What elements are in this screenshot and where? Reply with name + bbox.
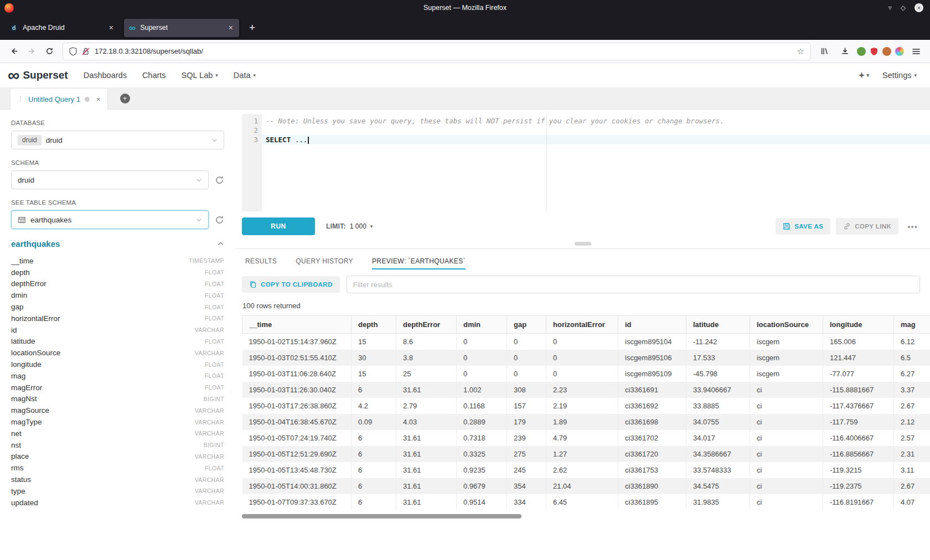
schema-column-row: gap FLOAT xyxy=(11,301,224,313)
nav-item-data[interactable]: Data▾ xyxy=(226,71,264,80)
extension-icon-pinwheel[interactable] xyxy=(895,47,904,56)
nav-item-sql-lab[interactable]: SQL Lab▾ xyxy=(174,71,226,80)
url-text: 172.18.0.3:32108/superset/sqllab/ xyxy=(95,47,792,55)
new-object-menu[interactable]: +▾ xyxy=(859,70,869,81)
settings-menu[interactable]: Settings▾ xyxy=(882,71,917,80)
nav-item-dashboards[interactable]: Dashboards xyxy=(76,71,135,80)
schema-column-row: longitude FLOAT xyxy=(11,359,224,370)
query-tab-untitled-query-1[interactable]: ⋮ Untitled Query 1 × xyxy=(10,88,108,110)
limit-dropdown[interactable]: LIMIT: 1 000 ▾ xyxy=(326,222,373,230)
column-header[interactable]: depthError xyxy=(396,316,457,334)
scrollbar-thumb[interactable] xyxy=(242,514,521,518)
horizontal-scrollbar[interactable] xyxy=(242,514,921,519)
window-shade-icon[interactable]: ▿ xyxy=(888,4,892,12)
pane-divider[interactable] xyxy=(235,241,930,249)
url-field[interactable]: 172.18.0.3:32108/superset/sqllab/ ☆ xyxy=(63,43,810,60)
column-header[interactable]: mag xyxy=(894,316,930,334)
back-icon[interactable] xyxy=(6,43,22,60)
superset-logo-icon: ∞ xyxy=(8,69,19,82)
tab-close-icon[interactable]: × xyxy=(228,23,234,32)
column-name: status xyxy=(11,475,31,484)
column-name: dmin xyxy=(11,291,27,299)
table-select-value: earthquakes xyxy=(30,216,71,224)
column-name: depthError xyxy=(11,279,46,288)
druid-favicon: d xyxy=(9,23,18,32)
column-header[interactable]: id xyxy=(618,316,686,334)
column-name: type xyxy=(11,487,25,495)
column-type: FLOAT xyxy=(205,315,224,322)
filter-results-input[interactable] xyxy=(347,276,920,293)
tab-preview-earthquakes[interactable]: PREVIEW: `EARTHQUAKES` xyxy=(372,249,466,273)
add-query-tab-button[interactable]: + xyxy=(120,94,130,103)
column-header[interactable]: dmin xyxy=(457,316,507,334)
reload-icon[interactable] xyxy=(41,43,58,60)
chevron-down-icon xyxy=(196,217,202,223)
refresh-schema-icon[interactable] xyxy=(215,175,224,185)
column-type: VARCHAR xyxy=(195,326,224,333)
copy-link-button[interactable]: COPY LINK xyxy=(836,218,898,235)
column-header[interactable]: locationSource xyxy=(750,316,823,334)
superset-brand-name: Superset xyxy=(23,69,68,81)
table-columns-list: __time TIMESTAMP depth FLOAT depthError … xyxy=(11,255,224,509)
extension-icon-green[interactable] xyxy=(857,47,866,56)
editor-code-area[interactable]: -- Note: Unless you save your query, the… xyxy=(262,114,930,211)
more-actions-button[interactable]: ••• xyxy=(904,222,921,231)
column-type: FLOAT xyxy=(205,292,224,299)
schema-column-row: id VARCHAR xyxy=(11,324,224,336)
downloads-icon[interactable] xyxy=(836,43,853,60)
window-close-icon[interactable]: × xyxy=(914,3,923,12)
extension-icon-avatar[interactable] xyxy=(882,47,891,56)
column-type: VARCHAR xyxy=(195,499,224,506)
drag-handle-icon[interactable]: ⋮ xyxy=(17,95,24,103)
collapse-chevron-up-icon[interactable] xyxy=(217,240,224,247)
chevron-down-icon xyxy=(211,137,218,143)
query-tab-close-icon[interactable]: × xyxy=(96,95,101,103)
schema-column-row: magType VARCHAR xyxy=(11,416,224,428)
table-row: 1950-01-05T14:00:31.860Z 6 31.61 0.9679 … xyxy=(242,478,930,494)
column-type: FLOAT xyxy=(205,338,224,345)
sqllab-main: 123 -- Note: Unless you save your query,… xyxy=(235,110,930,560)
refresh-tables-icon[interactable] xyxy=(215,215,224,225)
results-table: __timedepthdepthErrordmingaphorizontalEr… xyxy=(242,315,930,510)
tab-results[interactable]: RESULTS xyxy=(245,249,277,273)
browser-tab-apache-druid[interactable]: d Apache Druid × xyxy=(4,19,120,37)
schema-select[interactable]: druid xyxy=(11,170,209,189)
tab-close-icon[interactable]: × xyxy=(108,23,115,32)
results-table-body: 1950-01-02T15:14:37.960Z 15 8.6 0 0 0 is… xyxy=(242,334,930,511)
column-name: horizontalError xyxy=(11,314,60,323)
column-type: FLOAT xyxy=(205,465,224,471)
schema-column-row: dmin FLOAT xyxy=(11,289,224,301)
run-button[interactable]: RUN xyxy=(242,217,315,235)
column-header[interactable]: longitude xyxy=(823,316,894,334)
nav-item-charts[interactable]: Charts xyxy=(135,71,174,80)
divider-drag-handle[interactable] xyxy=(575,242,591,246)
window-titlebar: Superset — Mozilla Firefox ▿ ◇ × xyxy=(0,0,930,15)
window-maximize-icon[interactable]: ◇ xyxy=(901,4,906,12)
sql-editor[interactable]: 123 -- Note: Unless you save your query,… xyxy=(242,114,930,211)
table-select[interactable]: earthquakes xyxy=(11,210,209,229)
library-icon[interactable] xyxy=(816,43,833,60)
column-header[interactable]: gap xyxy=(507,316,546,334)
copy-to-clipboard-button[interactable]: COPY TO CLIPBOARD xyxy=(242,276,340,293)
tab-query-history[interactable]: QUERY HISTORY xyxy=(296,249,353,273)
column-header[interactable]: latitude xyxy=(686,316,750,334)
column-header[interactable]: depth xyxy=(352,316,396,334)
schema-column-row: magSource VARCHAR xyxy=(11,405,224,416)
save-as-button[interactable]: SAVE AS xyxy=(776,218,830,235)
superset-brand[interactable]: ∞ Superset xyxy=(8,69,68,82)
ublock-shield-icon[interactable] xyxy=(870,47,879,56)
new-tab-button[interactable]: + xyxy=(244,22,261,34)
insecure-lock-icon[interactable] xyxy=(82,47,90,56)
forward-icon[interactable] xyxy=(23,43,40,60)
column-name: nst xyxy=(11,441,21,449)
menu-hamburger-icon[interactable] xyxy=(908,43,924,60)
column-type: FLOAT xyxy=(205,384,224,391)
browser-tab-superset[interactable]: ∞ Superset × xyxy=(124,19,239,37)
column-header[interactable]: __time xyxy=(242,316,352,334)
column-header[interactable]: horizontalError xyxy=(546,316,618,334)
tracking-shield-icon[interactable] xyxy=(69,47,77,56)
bookmark-star-icon[interactable]: ☆ xyxy=(797,46,804,56)
superset-navbar: ∞ Superset Dashboards Charts SQL Lab▾ Da… xyxy=(0,63,930,87)
database-select[interactable]: druid druid xyxy=(11,131,224,149)
table-panel-title: earthquakes xyxy=(11,239,60,248)
